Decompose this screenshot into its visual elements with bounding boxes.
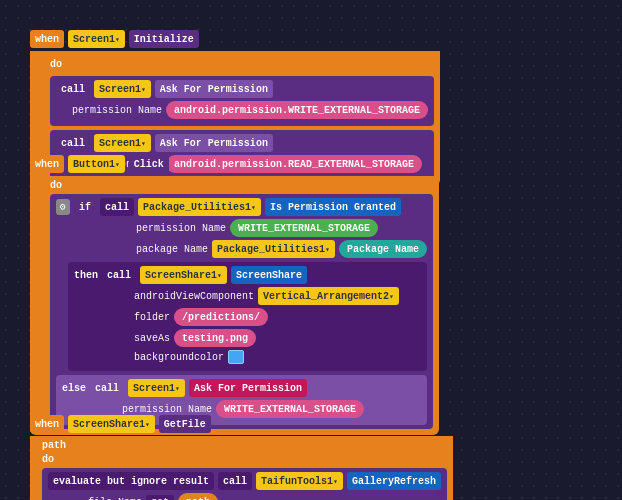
saveas-value[interactable]: testing.png bbox=[174, 329, 256, 347]
evaluate-label: evaluate but ignore result bbox=[48, 472, 214, 490]
do-label-row: do bbox=[50, 55, 434, 73]
then-label: then bbox=[74, 270, 98, 281]
call1-perm-label: permission Name bbox=[72, 105, 162, 116]
else-call-label: call bbox=[90, 379, 124, 397]
if-block: ⚙ if call Package_Utilities1 Is Permissi… bbox=[50, 194, 433, 429]
folder-label: folder bbox=[134, 312, 170, 323]
g3-call-label: call bbox=[218, 472, 252, 490]
call1-method: Ask For Permission bbox=[155, 80, 273, 98]
folder-value[interactable]: /predictions/ bbox=[174, 308, 268, 326]
call1-label: call bbox=[56, 80, 90, 98]
then-block: then call ScreenShare1 ScreenShare andro… bbox=[68, 262, 427, 371]
g3-path-label: path bbox=[42, 440, 66, 451]
g3-do-label: do bbox=[42, 454, 54, 465]
call2-method: Ask For Permission bbox=[155, 134, 273, 152]
call1-perm-value[interactable]: android.permission.WRITE_EXTERNAL_STORAG… bbox=[166, 101, 428, 119]
if-label: if bbox=[74, 198, 96, 216]
screenshare-tag[interactable]: ScreenShare1 bbox=[140, 266, 227, 284]
screen1-tag[interactable]: Screen1 bbox=[68, 30, 125, 48]
g3-get-label: get bbox=[146, 495, 174, 501]
group3-when-row: when ScreenShare1 GetFile bbox=[30, 415, 453, 433]
else-method-label: Ask For Permission bbox=[189, 379, 307, 397]
group2-container: when Button1 Click do ⚙ if call Package_… bbox=[30, 155, 439, 435]
screenshare-call: call bbox=[102, 266, 136, 284]
g3-screenshare-tag[interactable]: ScreenShare1 bbox=[68, 415, 155, 433]
g2-button-tag[interactable]: Button1 bbox=[68, 155, 125, 173]
g3-getfile-tag: GetFile bbox=[159, 415, 211, 433]
screenshare-method: ScreenShare bbox=[231, 266, 307, 284]
g2-perm-value[interactable]: WRITE_EXTERNAL_STORAGE bbox=[230, 219, 378, 237]
group2-when-row: when Button1 Click bbox=[30, 155, 439, 173]
g3-gallery-method: GalleryRefresh bbox=[347, 472, 441, 490]
g2-pkg-name-get[interactable]: Package Name bbox=[339, 240, 427, 258]
g2-when-label: when bbox=[30, 155, 64, 173]
g3-path-get[interactable]: path bbox=[178, 493, 218, 500]
vertical-arrangement-tag[interactable]: Vertical_Arrangement2 bbox=[258, 287, 399, 305]
g3-taifun-tag[interactable]: TaifunTools1 bbox=[256, 472, 343, 490]
gear-icon[interactable]: ⚙ bbox=[56, 199, 70, 215]
group3-container: when ScreenShare1 GetFile path do evalua… bbox=[30, 415, 453, 500]
call2-label: call bbox=[56, 134, 90, 152]
g2-package-tag[interactable]: Package_Utilities1 bbox=[138, 198, 261, 216]
call1-screen[interactable]: Screen1 bbox=[94, 80, 151, 98]
g2-is-perm-label: Is Permission Granted bbox=[265, 198, 401, 216]
android-view-label: androidViewComponent bbox=[134, 291, 254, 302]
group3-do-block: path do evaluate but ignore result call … bbox=[30, 436, 453, 500]
g2-pkg-name-label: package Name bbox=[136, 244, 208, 255]
else-label: else bbox=[62, 383, 86, 394]
call1-block: call Screen1 Ask For Permission permissi… bbox=[50, 76, 434, 126]
g2-do-label: do bbox=[50, 180, 62, 191]
g2-call-label: call bbox=[100, 198, 134, 216]
g2-pkg-util-tag[interactable]: Package_Utilities1 bbox=[212, 240, 335, 258]
initialize-tag: Initialize bbox=[129, 30, 199, 48]
g3-when-label: when bbox=[30, 415, 64, 433]
saveas-label: saveAs bbox=[134, 333, 170, 344]
do-label: do bbox=[50, 55, 62, 73]
when-label: when bbox=[30, 30, 64, 48]
bgcolor-label: backgroundcolor bbox=[134, 352, 224, 363]
g2-perm-label: permission Name bbox=[136, 223, 226, 234]
g3-filename-label: file Name bbox=[88, 497, 142, 501]
g2-click-tag: Click bbox=[129, 155, 169, 173]
else-perm-label: permission Name bbox=[122, 404, 212, 415]
evaluate-block: evaluate but ignore result call TaifunTo… bbox=[42, 468, 447, 500]
group1-when-row: when Screen1 Initialize bbox=[30, 30, 440, 48]
else-screen-tag[interactable]: Screen1 bbox=[128, 379, 185, 397]
group2-do-block: do ⚙ if call Package_Utilities1 Is Permi… bbox=[30, 176, 439, 435]
bgcolor-swatch[interactable] bbox=[228, 350, 244, 364]
call2-screen[interactable]: Screen1 bbox=[94, 134, 151, 152]
